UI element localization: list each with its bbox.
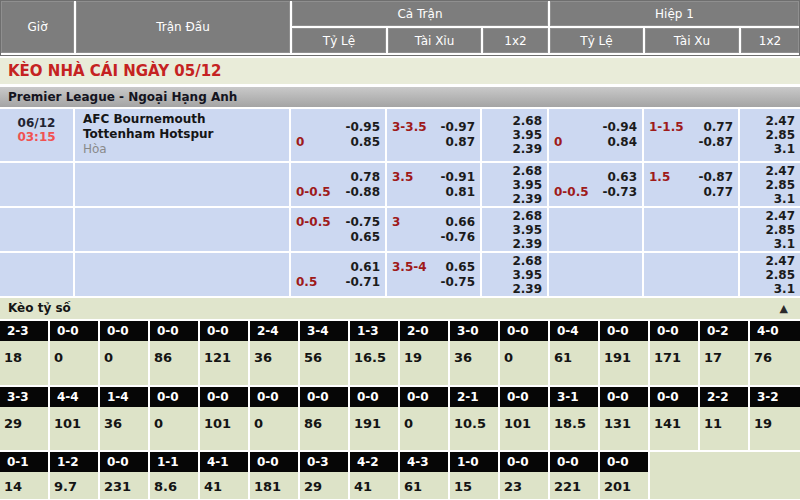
- league-header[interactable]: Premier League - Ngoại Hạng Anh: [0, 87, 800, 107]
- header-group-first-half: Hiệp 1: [550, 1, 799, 26]
- score-section-header[interactable]: Kèo tỷ số ▲: [0, 298, 800, 319]
- 1x2-odds-value: 2.68: [512, 164, 542, 178]
- score-odds-value: 8.6: [150, 472, 198, 499]
- time-cell: [0, 208, 73, 251]
- score-cell: 0-0221: [550, 452, 600, 499]
- odds-row: 0-0.5-0.750.6530.66-0.762.683.952.392.47…: [0, 208, 800, 251]
- score-cell: 1-436: [100, 387, 150, 450]
- score-odds-value: 29: [300, 472, 348, 499]
- 1x2-odds-value: 2.47: [765, 114, 795, 128]
- score-label: 0-3: [300, 452, 348, 472]
- score-odds-value: 41: [350, 472, 398, 499]
- ft-handicap-cell: 0.780-0.5-0.88: [291, 163, 385, 206]
- fh-over-under-cell: 1-1.50.77-0.87: [644, 109, 738, 161]
- score-odds-value: 11: [700, 407, 748, 450]
- match-cell: [75, 208, 289, 251]
- odds-value: -0.91: [440, 170, 475, 185]
- odds-value: 0.84: [607, 135, 637, 150]
- score-label: 3-2: [750, 387, 800, 407]
- score-label: 4-2: [350, 452, 398, 472]
- score-odds-value: 9.7: [50, 472, 98, 499]
- ft-handicap-cell: -0.9500.85: [291, 109, 385, 161]
- score-cell: 2-110.5: [450, 387, 500, 450]
- score-cell: 0-00: [400, 387, 450, 450]
- fh-over-under-cell: [644, 253, 738, 296]
- 1x2-odds-value: 3.1: [774, 142, 795, 156]
- score-odds-value: 221: [550, 472, 598, 499]
- score-cell: 0-086: [150, 321, 200, 385]
- 1x2-odds-value: 2.47: [765, 254, 795, 268]
- score-odds-value: 41: [200, 472, 248, 499]
- score-odds-value: 191: [600, 341, 648, 385]
- odds-value: 0.77: [703, 120, 733, 135]
- score-label: 0-0: [150, 321, 198, 341]
- score-odds-value: 191: [350, 407, 398, 450]
- odds-value: -0.88: [345, 185, 380, 200]
- score-cell: 1-015: [450, 452, 500, 499]
- handicap-label: 0-0.5: [296, 185, 331, 200]
- header-sub-ft-over-under: Tài Xỉu: [388, 28, 481, 53]
- odds-value: 0.65: [445, 260, 475, 275]
- score-label: 0-0: [100, 452, 148, 472]
- score-cell: 0-0171: [650, 321, 700, 385]
- score-cell: 0-0141: [650, 387, 700, 450]
- odds-value: 0.65: [350, 230, 380, 245]
- score-label: 3-3: [0, 387, 48, 407]
- handicap-label: 0-0.5: [296, 215, 331, 230]
- score-label: 0-0: [50, 321, 98, 341]
- odds-value: -0.97: [440, 120, 475, 135]
- 1x2-odds-value: 2.39: [512, 237, 542, 251]
- 1x2-odds-value: 2.68: [512, 209, 542, 223]
- score-label: 0-0: [650, 387, 698, 407]
- 1x2-odds-value: 2.39: [512, 142, 542, 156]
- score-label: 0-0: [600, 387, 648, 407]
- score-cell: 3-456: [300, 321, 350, 385]
- score-odds-value: 36: [450, 341, 498, 385]
- score-cell: 0-0101: [500, 387, 550, 450]
- 1x2-odds-value: 2.47: [765, 164, 795, 178]
- score-cell: 0-00: [50, 321, 100, 385]
- fh-1x2-cell: 2.472.853.1: [740, 163, 800, 206]
- score-cell: 0-0181: [250, 452, 300, 499]
- match-cell[interactable]: AFC BournemouthTottenham HotspurHòa: [75, 109, 289, 161]
- score-cell: 4-076: [750, 321, 800, 385]
- score-odds-value: 0: [50, 341, 98, 385]
- odds-value: 0.85: [350, 135, 380, 150]
- score-label: 0-0: [200, 387, 248, 407]
- score-cell: 3-329: [0, 387, 50, 450]
- 1x2-odds-value: 2.85: [765, 223, 795, 237]
- collapse-arrow-icon[interactable]: ▲: [780, 298, 788, 319]
- odds-row: 06/1203:15AFC BournemouthTottenham Hotsp…: [0, 109, 800, 161]
- score-odds-value: 181: [250, 472, 298, 499]
- ft-over-under-cell: 30.66-0.76: [387, 208, 480, 251]
- fh-1x2-cell: 2.472.853.1: [740, 253, 800, 296]
- handicap-label: 0-0.5: [554, 185, 589, 200]
- score-cell: 2-211: [700, 387, 750, 450]
- score-odds-value: 0: [500, 341, 548, 385]
- score-cell: 1-18.6: [150, 452, 200, 499]
- odds-value: -0.94: [602, 120, 637, 135]
- score-label: 0-0: [500, 387, 548, 407]
- time-cell: 06/1203:15: [0, 109, 73, 161]
- score-odds-value: 76: [750, 341, 800, 385]
- score-label: 1-2: [50, 452, 98, 472]
- score-label: 3-0: [450, 321, 498, 341]
- handicap-label: 1.5: [649, 170, 670, 185]
- ft-1x2-cell: 2.683.952.39: [482, 163, 547, 206]
- header-col-time: Giờ: [1, 1, 74, 53]
- score-label: 0-0: [200, 321, 248, 341]
- score-cell: 1-29.7: [50, 452, 100, 499]
- fh-handicap-cell: [549, 253, 642, 296]
- score-odds-value: 131: [600, 407, 648, 450]
- 1x2-odds-value: 2.68: [512, 254, 542, 268]
- score-label: 0-2: [700, 321, 748, 341]
- score-odds-value: 141: [650, 407, 698, 450]
- score-odds-value: 36: [250, 341, 298, 385]
- score-cell: 3-219: [750, 387, 800, 450]
- handicap-label: 0.5: [296, 275, 317, 290]
- match-cell: [75, 163, 289, 206]
- score-odds-value: 86: [150, 341, 198, 385]
- score-odds-value: 231: [100, 472, 148, 499]
- score-odds-value: 101: [500, 407, 548, 450]
- handicap-label: 3.5: [392, 170, 413, 185]
